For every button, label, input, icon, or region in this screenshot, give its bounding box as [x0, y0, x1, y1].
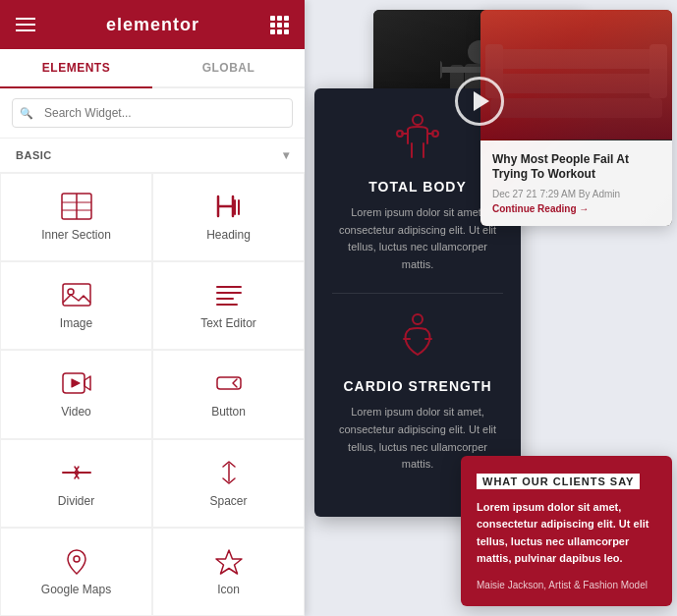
elementor-logo: elementor [106, 15, 199, 35]
svg-point-5 [68, 289, 74, 295]
widget-icon-label: Icon [217, 583, 240, 596]
cardio-icon-wrap [332, 311, 503, 370]
widget-button-label: Button [211, 405, 246, 419]
blog-post-author: By Admin [579, 189, 620, 199]
widget-text-editor-label: Text Editor [200, 316, 256, 330]
cardio-title: CARDIO STRENGTH [332, 378, 503, 394]
text-editor-icon [213, 281, 245, 308]
widget-video[interactable]: Video [0, 350, 152, 438]
blog-post-overlay: Why Most People Fail At Trying To Workou… [480, 140, 672, 226]
preview-area: TOTAL BODY Lorem ipsum dolor sit amet, c… [314, 10, 672, 606]
total-body-description: Lorem ipsum dolor sit amet, consectetur … [332, 204, 503, 273]
widget-heading-label: Heading [206, 228, 251, 242]
widget-divider-label: Divider [58, 494, 94, 508]
widget-google-maps[interactable]: Google Maps [0, 528, 152, 616]
basic-section-header: BASIC ▾ [0, 139, 305, 173]
read-more-link[interactable]: Continue Reading [492, 203, 660, 214]
widget-divider[interactable]: Divider [0, 439, 152, 528]
testimonial-author: Maisie Jackson, Artist & Fashion Model [477, 580, 656, 590]
hamburger-menu-button[interactable] [16, 18, 35, 31]
testimonial-section-label: WHAT OUR CLIENTS SAY [477, 474, 640, 489]
widget-image-label: Image [60, 316, 92, 330]
blog-post-meta: Dec 27 21 7:29 AM By Admin [492, 189, 660, 199]
tab-elements[interactable]: ELEMENTS [0, 49, 152, 88]
inner-section-icon [61, 193, 92, 220]
widget-spacer[interactable]: Spacer [152, 439, 305, 528]
widget-video-label: Video [61, 405, 90, 419]
spacer-icon [213, 459, 245, 486]
section-chevron-icon[interactable]: ▾ [283, 148, 290, 162]
play-button[interactable] [455, 77, 504, 126]
widget-spacer-label: Spacer [209, 494, 247, 508]
tab-global[interactable]: GLOBAL [152, 49, 305, 86]
widget-icon[interactable]: Icon [152, 528, 305, 616]
svg-rect-4 [63, 284, 90, 306]
sidebar-header: elementor [0, 0, 305, 49]
image-icon [61, 281, 92, 308]
widget-google-maps-label: Google Maps [41, 583, 111, 596]
blog-post-date: Dec 27 21 [492, 189, 537, 199]
basic-section-label: BASIC [16, 149, 52, 161]
dumbbells-card: Why Most People Fail At Trying To Workou… [480, 10, 672, 226]
widget-button[interactable]: Button [152, 350, 305, 438]
testimonial-quote: Lorem ipsum dolor sit amet, consectetur … [477, 499, 656, 568]
map-icon [61, 547, 92, 575]
widget-inner-section[interactable]: Inner Section [0, 173, 152, 261]
svg-rect-22 [440, 61, 442, 79]
button-icon [213, 369, 245, 397]
panel-tabs: ELEMENTS GLOBAL [0, 49, 305, 88]
svg-point-26 [432, 131, 438, 137]
heading-icon [213, 193, 245, 220]
widget-heading[interactable]: Heading [152, 173, 305, 261]
card-divider [332, 293, 503, 294]
total-body-svg-icon [394, 112, 441, 159]
divider-icon [61, 459, 92, 486]
blog-post-title: Why Most People Fail At Trying To Workou… [492, 152, 660, 183]
svg-point-27 [413, 314, 423, 324]
total-body-title: TOTAL BODY [332, 179, 503, 195]
widgets-grid: Inner Section Heading Image [0, 173, 305, 616]
svg-point-14 [74, 556, 80, 562]
search-input[interactable] [12, 98, 293, 128]
widget-text-editor[interactable]: Text Editor [152, 261, 305, 350]
video-icon [61, 369, 92, 397]
testimonial-card: WHAT OUR CLIENTS SAY Lorem ipsum dolor s… [461, 456, 672, 606]
blog-post-time: 7:29 AM [539, 189, 576, 199]
svg-point-24 [413, 115, 423, 125]
widget-image[interactable]: Image [0, 261, 152, 350]
red-overlay [480, 10, 672, 140]
widget-inner-section-label: Inner Section [41, 228, 111, 242]
svg-point-25 [397, 131, 403, 137]
star-icon [213, 547, 245, 575]
search-bar [0, 88, 305, 139]
sidebar-panel: elementor ELEMENTS GLOBAL BASIC ▾ [0, 0, 305, 616]
cardio-svg-icon [394, 311, 441, 359]
apps-grid-button[interactable] [270, 16, 289, 34]
